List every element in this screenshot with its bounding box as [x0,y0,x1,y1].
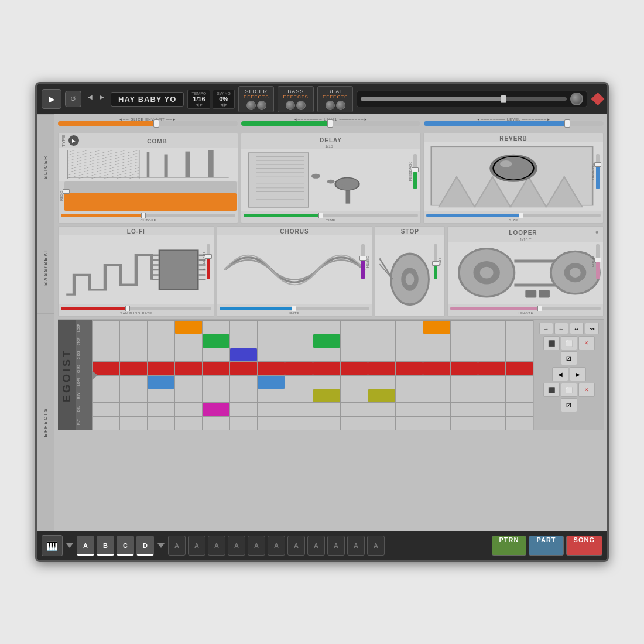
seq-cell[interactable] [396,417,423,430]
seq-cell[interactable] [258,376,285,389]
seq-cell[interactable] [203,362,229,375]
seq-cell[interactable] [368,362,395,375]
seq-cell[interactable] [120,389,147,402]
seq-cell[interactable] [368,321,395,334]
seq-cell[interactable] [175,362,202,375]
seq-cell[interactable] [396,362,423,375]
type-button[interactable]: ▶ [68,135,79,146]
seq-cell[interactable] [451,321,478,334]
pattern-a9-btn[interactable]: A [307,536,325,556]
seq-cell[interactable] [478,417,505,430]
seq-cell[interactable] [120,348,147,361]
seq-delete2-btn[interactable]: ✕ [578,383,595,397]
seq-cell[interactable] [148,362,174,375]
beat-tab[interactable]: BEAT EFFECTS [317,86,353,112]
seq-cell[interactable] [258,417,285,430]
seq-cell[interactable] [478,403,505,416]
seq-cell[interactable] [368,417,395,430]
loop-button[interactable]: ↺ [65,91,81,107]
seq-cell[interactable] [285,362,312,375]
seq-left-btn[interactable]: ← [554,323,568,334]
feedback-slider[interactable] [413,154,417,189]
seq-cell[interactable] [396,376,423,389]
seq-cell[interactable] [396,403,423,416]
seq-cell[interactable] [120,362,147,375]
seq-cell[interactable] [230,417,257,430]
pattern-a5-btn[interactable]: A [228,536,245,556]
seq-cell[interactable] [341,348,368,361]
pattern-a-btn[interactable]: A [77,536,94,556]
pattern-d-btn[interactable]: D [136,536,154,556]
seq-cell[interactable] [285,348,312,361]
slicer-tab[interactable]: SLICER EFFECTS [238,86,274,112]
seq-cell[interactable] [506,403,533,416]
seq-delete-btn[interactable]: ✕ [578,336,595,350]
seq-cell[interactable] [368,376,395,389]
pattern-a12-btn[interactable]: A [367,536,385,556]
seq-cell[interactable] [148,348,174,361]
seq-cell[interactable] [175,348,202,361]
seq-cell[interactable] [203,389,229,402]
seq-cell[interactable] [285,417,312,430]
size-slider[interactable] [426,214,601,217]
seq-cell[interactable] [423,389,450,402]
sidebar-bassbeat[interactable]: BASS/BEAT [37,220,54,313]
seq-cell[interactable] [313,403,340,416]
pattern-a8-btn[interactable]: A [287,536,305,556]
seq-cell[interactable] [285,403,312,416]
seq-cell[interactable] [423,348,450,361]
seq-cell[interactable] [478,389,505,402]
seq-cell[interactable] [423,362,450,375]
pitch-slider[interactable] [596,244,600,279]
seq-cell[interactable] [313,334,340,347]
seq-cell[interactable] [148,334,174,347]
seq-bidir-btn[interactable]: ↔ [570,323,584,334]
ptrn-mode-btn[interactable]: PTRN [492,536,527,556]
seq-cell[interactable] [423,376,450,389]
length-slider[interactable] [450,307,601,310]
seq-cell[interactable] [285,321,312,334]
seq-cell[interactable] [175,334,202,347]
seq-cell[interactable] [313,348,340,361]
song-mode-btn[interactable]: SONG [566,536,602,556]
seq-cell[interactable] [230,348,257,361]
tempo-block[interactable]: TEMPO 1/16 ◀▶ [187,90,210,109]
seq-cell[interactable] [478,362,505,375]
seq-cell[interactable] [203,417,229,430]
seq-cell[interactable] [203,376,229,389]
seq-cell[interactable] [506,362,533,375]
seq-random-btn[interactable]: ↝ [585,323,599,334]
master-slider[interactable] [357,91,587,107]
seq-cell[interactable] [451,376,478,389]
seq-cell[interactable] [313,376,340,389]
seq-cell[interactable] [451,362,478,375]
seq-dice2-btn[interactable]: ⚂ [561,398,577,412]
seq-cell[interactable] [313,417,340,430]
level-green-slider[interactable] [241,121,421,126]
seq-cell[interactable] [368,334,395,347]
seq-right-btn[interactable]: → [539,323,553,334]
seq-paste2-btn[interactable]: ⬜ [561,383,577,397]
seq-cell[interactable] [506,376,533,389]
seq-cell[interactable] [148,321,174,334]
pattern-a4-btn[interactable]: A [208,536,225,556]
seq-cell[interactable] [341,362,368,375]
seq-cell[interactable] [341,403,368,416]
pattern-c-btn[interactable]: C [117,536,134,556]
seq-prev-btn[interactable]: ◀ [552,367,568,381]
seq-cell[interactable] [396,334,423,347]
seq-cell[interactable] [341,389,368,402]
seq-cell[interactable] [313,321,340,334]
stop-time-slider[interactable] [434,244,437,279]
seq-cell[interactable] [258,362,285,375]
seq-cell[interactable] [451,348,478,361]
cutoff-slider[interactable] [61,214,235,217]
seq-cell[interactable] [120,417,147,430]
seq-cell[interactable] [423,417,450,430]
seq-cell[interactable] [120,334,147,347]
seq-cell[interactable] [203,321,229,334]
pattern-a7-btn[interactable]: A [268,536,285,556]
seq-copy-btn[interactable]: ⬛ [543,336,560,350]
seq-cell[interactable] [120,321,147,334]
seq-cell[interactable] [368,403,395,416]
